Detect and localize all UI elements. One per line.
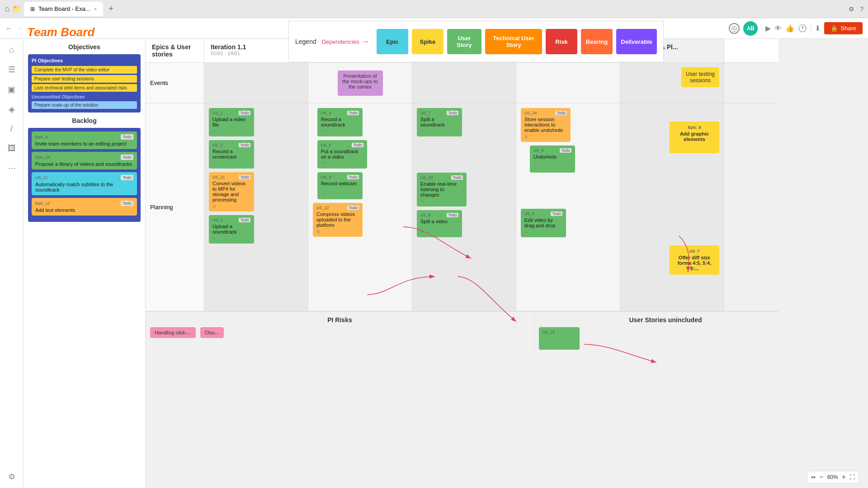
user-stories-unincluded-section: User Stories unincluded US_15 <box>534 312 797 357</box>
planning-row: Planning US_1 Todo Upload a video file ⚙ <box>146 103 778 311</box>
card-us21[interactable]: US_21 Todo Convert videos to MP4 for sto… <box>209 172 254 211</box>
offer-diff-card[interactable]: US_7 Offer diff size forma 4:5, 5:4, 9:.… <box>670 245 719 275</box>
pi-obj-item-3[interactable]: Lists technical debt items and associate… <box>32 84 137 92</box>
epics-label: Epics & Userstories <box>152 43 198 58</box>
card-us9b[interactable]: US_9 Todo Edit video by drag and drop ⊕ <box>521 209 566 237</box>
mock-ups-card[interactable]: Presentation of the mock-ups to the come… <box>338 70 383 96</box>
dependencies-label: Dependencies <box>322 38 359 45</box>
objectives-panel: Objectives PI Objectives Complete the MV… <box>24 39 146 488</box>
card-us4[interactable]: US_4 Todo Record a soundtrack ⚙ <box>317 108 363 136</box>
legend-bearing: Bearing <box>581 29 613 54</box>
events-label: Events <box>146 63 204 103</box>
settings-sidebar-icon[interactable]: ⚙ <box>6 470 17 483</box>
card-us7[interactable]: US_7 Todo Split a soundtrack ⚙ <box>417 108 462 136</box>
risk-card-2[interactable]: Clou... <box>200 327 224 338</box>
zoom-in-button[interactable]: + <box>842 473 846 481</box>
card-us9[interactable]: US_9 Todo Undo/redo ⊕ <box>530 145 575 173</box>
card-us3[interactable]: US_3 Todo Upload a soundtrack ⊕ <box>209 215 254 244</box>
download-icon[interactable]: ⬇ <box>815 24 821 33</box>
components-icon[interactable]: ◈ <box>7 103 17 116</box>
col-epics-header: Epics & Userstories <box>146 39 204 62</box>
legend-spike: Spike <box>412 29 443 54</box>
home-icon[interactable]: ⌂ <box>5 4 9 14</box>
pi-obj-item-1[interactable]: Complete the MVP of the video editor <box>32 66 137 74</box>
fit-icon[interactable]: ⇔ <box>811 474 816 480</box>
toolbar-right: ◎ AB ▶ 👁 👍 🕐 ⬇ 🔒 Share <box>729 21 863 36</box>
folder-icon[interactable]: 📁 <box>12 5 21 13</box>
active-tab[interactable]: ⊞ Team Board - Exa... × <box>24 2 103 16</box>
avatar-button[interactable]: AB <box>743 21 758 36</box>
browser-icons: ⚙ ? <box>849 5 863 13</box>
legend-deliverable: Deliverable <box>616 29 657 54</box>
pi-risks-title: PI Risks <box>150 316 529 324</box>
help-icon[interactable]: ? <box>860 5 863 13</box>
legend-epic: Epic <box>377 29 408 54</box>
board-scroll[interactable]: Epics & Userstories Iteration 1.1 01/01 … <box>146 39 868 488</box>
target-icon[interactable]: ◎ <box>729 23 740 34</box>
card-us22[interactable]: US_22 Todo Compress videos uploaded to t… <box>313 203 363 237</box>
planning-innov-cell: Epic_8 Add graphic elements US_7 Offer d… <box>620 103 724 311</box>
legend-tech-user-story: Technical User Story <box>485 29 542 54</box>
uncommitted-item-1[interactable]: Prepare scale-up of the solution <box>32 101 137 109</box>
fullscreen-icon[interactable]: ⛶ <box>849 474 855 480</box>
tab-close-button[interactable]: × <box>94 6 97 12</box>
us15-card[interactable]: US_15 <box>539 327 580 350</box>
card-us5[interactable]: US_5 Todo Put a soundtrack on a video ⚙ <box>317 140 367 169</box>
clock-icon[interactable]: 🕐 <box>798 24 807 33</box>
planning-iter13-cell: US_7 Todo Split a soundtrack ⚙ US_23 Tod… <box>412 103 516 311</box>
like-icon[interactable]: 👍 <box>785 24 794 33</box>
legend-label: Legend <box>295 38 316 45</box>
card-us23[interactable]: US_23 Todo Enable real-time listening to… <box>417 173 467 206</box>
add-graphic-card[interactable]: Epic_8 Add graphic elements <box>670 122 719 153</box>
planning-iter11-cell: US_1 Todo Upload a video file ⚙ US_2 Tod… <box>204 103 308 311</box>
pi-objectives-card: PI Objectives Complete the MVP of the vi… <box>28 54 141 113</box>
events-iter14-cell <box>516 63 620 103</box>
main-content: ⌂ ☰ ▣ ◈ / 🖼 ⋯ ⚙ Objectives PI Objectives… <box>0 39 868 488</box>
lock-icon: 🔒 <box>830 25 838 32</box>
board-inner: Epics & Userstories Iteration 1.1 01/01 … <box>146 39 778 400</box>
toolbar-separator2 <box>811 23 811 34</box>
uncommitted-title: Uncommitted Objectives <box>32 94 137 99</box>
new-tab-button[interactable]: + <box>108 4 113 14</box>
objectives-title: Objectives <box>28 43 141 51</box>
zoom-out-button[interactable]: − <box>819 473 823 481</box>
share-button[interactable]: 🔒 Share <box>824 22 863 34</box>
legend-bar: Legend Dependencies → Epic Spike User St… <box>288 21 664 62</box>
events-innov-cell: User testingsessions <box>620 63 724 103</box>
planning-iter12-cell: US_4 Todo Record a soundtrack ⚙ US_5 Tod… <box>308 103 412 311</box>
draw-icon[interactable]: / <box>9 122 14 136</box>
risk-card-1[interactable]: Handling click-... <box>150 327 196 338</box>
card-us1[interactable]: US_1 Todo Upload a video file ⚙ <box>209 108 254 136</box>
planning-label: Planning <box>146 103 204 311</box>
forward-icon[interactable]: → <box>16 24 24 33</box>
events-iter11-cell <box>204 63 308 103</box>
legend-dependencies: Dependencies → <box>322 37 369 47</box>
backlog-item-3[interactable]: US_11 Todo Automatically match subtitles… <box>32 172 137 195</box>
planning-iter14-cell: US_24 Todo Store session interactions to… <box>516 103 620 311</box>
browser-bar: ⌂ 📁 ⊞ Team Board - Exa... × + ⚙ ? <box>0 0 868 18</box>
home-sidebar-icon[interactable]: ⌂ <box>7 43 16 56</box>
tab-title: Team Board - Exa... <box>38 5 90 12</box>
card-us24[interactable]: US_24 Todo Store session interactions to… <box>521 108 571 142</box>
backlog-item-4[interactable]: Epic_12 Todo Add text elements <box>32 198 137 216</box>
backlog-item-1[interactable]: Epic_9 Todo Invite team members to an ed… <box>32 131 137 149</box>
backlog-item-2[interactable]: Epic_10 Todo Propose a library of videos… <box>32 152 137 169</box>
pi-obj-item-2[interactable]: Prepare user testing sessions <box>32 75 137 83</box>
grid-icon[interactable]: ⋯ <box>6 161 18 175</box>
card-us2[interactable]: US_2 Todo Record a screencast ⊕ <box>209 140 254 169</box>
eye-icon[interactable]: 👁 <box>774 24 782 33</box>
pages-icon[interactable]: ☰ <box>6 63 17 76</box>
card-us6[interactable]: US_6 Todo Record webcam ⚙ <box>317 172 363 199</box>
events-iter13-cell <box>412 63 516 103</box>
play-icon[interactable]: ▶ <box>765 24 771 33</box>
layers-icon[interactable]: ▣ <box>6 83 17 96</box>
image-icon[interactable]: 🖼 <box>6 142 18 155</box>
user-testing-card[interactable]: User testingsessions <box>681 67 719 87</box>
board-area: Epics & Userstories Iteration 1.1 01/01 … <box>146 39 868 488</box>
app-title: Team Board <box>27 25 94 39</box>
card-us8[interactable]: US_8 Todo Split a video ⚙ <box>417 210 462 237</box>
back-icon[interactable]: ← <box>5 24 13 33</box>
iter11-dates: 01/01 - 14/01 <box>211 51 302 56</box>
backlog-card: Epic_9 Todo Invite team members to an ed… <box>28 128 141 222</box>
settings-icon[interactable]: ⚙ <box>849 5 854 13</box>
